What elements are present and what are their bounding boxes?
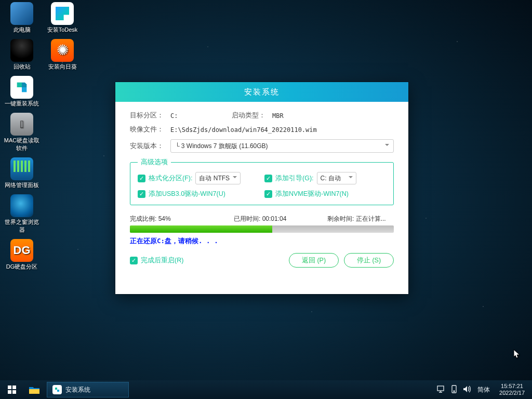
- icon-my-computer[interactable]: 此电脑: [3, 2, 41, 34]
- install-dialog: 安装系统 目标分区： C: 启动类型： MBR 映像文件： E:\SdsZjds…: [115, 82, 408, 294]
- boot-type-label: 启动类型：: [232, 111, 268, 120]
- taskbar-clock[interactable]: 15:57:21 2022/2/17: [496, 383, 528, 396]
- add-boot-option[interactable]: 添加引导(G): C: 自动: [264, 172, 386, 184]
- icon-world-window-browser[interactable]: 世界之窗浏览器: [3, 194, 41, 234]
- task-title: 安装系统: [65, 385, 90, 394]
- image-file-value: E:\SdsZjds/download/win764_20220110.wim: [170, 126, 317, 134]
- advanced-legend: 高级选项: [138, 158, 171, 167]
- system-tray: 简体 15:57:21 2022/2/17: [437, 383, 532, 396]
- start-button[interactable]: [0, 380, 24, 399]
- add-nvme-label: 添加NVME驱动-WIN7(N): [275, 190, 349, 198]
- format-partition-label: 格式化分区(F):: [149, 174, 192, 183]
- icon-label: 此电脑: [3, 26, 41, 34]
- add-usb3-driver-option[interactable]: 添加USB3.0驱动-WIN7(U): [138, 190, 259, 198]
- add-boot-value: C: 自动: [321, 174, 341, 183]
- icon-mac-disk-reader[interactable]: MAC硬盘读取软件: [3, 113, 41, 152]
- svg-rect-2: [8, 390, 11, 394]
- row-install-version: 安装版本： └ 3 Windows 7 旗舰版 (11.60GB): [130, 139, 394, 153]
- reinstall-icon: [10, 76, 33, 99]
- status-text: 正在还原C:盘，请稍候. . .: [130, 237, 394, 246]
- checkbox-checked-icon[interactable]: [264, 175, 272, 182]
- dialog-titlebar[interactable]: 安装系统: [115, 82, 408, 102]
- clock-time: 15:57:21: [499, 383, 525, 390]
- icon-network-panel[interactable]: 网络管理面板: [3, 157, 41, 189]
- icon-install-todesk[interactable]: 安装ToDesk: [44, 2, 81, 34]
- monitor-icon: [10, 2, 33, 25]
- network-icon: [10, 157, 33, 180]
- taskbar-task-install[interactable]: 安装系统: [47, 382, 129, 397]
- progress-bar: [130, 225, 394, 233]
- icon-label: DG硬盘分区: [3, 263, 41, 271]
- restart-label: 完成后重启(R): [141, 256, 183, 265]
- install-version-value: └ 3 Windows 7 旗舰版 (11.60GB): [175, 142, 268, 151]
- install-version-label: 安装版本：: [130, 142, 166, 151]
- image-file-label: 映像文件：: [130, 125, 166, 134]
- globe-icon: [10, 194, 33, 217]
- dialog-body: 目标分区： C: 启动类型： MBR 映像文件： E:\SdsZjds/down…: [115, 102, 408, 275]
- file-explorer-button[interactable]: [24, 380, 45, 399]
- dialog-title: 安装系统: [244, 87, 280, 97]
- taskbar: 安装系统 简体 15:57:21 2022/2/17: [0, 380, 532, 399]
- dialog-footer: 完成后重启(R) 返回 (P) 停止 (S): [130, 253, 394, 268]
- icon-label: MAC硬盘读取软件: [3, 137, 41, 152]
- icon-label: 一键重装系统: [3, 100, 41, 108]
- stop-button[interactable]: 停止 (S): [344, 253, 394, 268]
- icon-dg-partition[interactable]: DG DG硬盘分区: [3, 239, 41, 271]
- add-nvme-driver-option[interactable]: 添加NVME驱动-WIN7(N): [264, 190, 386, 198]
- svg-rect-1: [12, 385, 16, 389]
- desktop-icons-col1: 此电脑 回收站 一键重装系统 MAC硬盘读取软件 网络管理面板 世界之窗浏览器 …: [3, 2, 41, 271]
- checkbox-checked-icon[interactable]: [138, 175, 145, 182]
- row-target-boot: 目标分区： C: 启动类型： MBR: [130, 111, 394, 120]
- progress-labels: 完成比例: 54% 已用时间: 00:01:04 剩余时间: 正在计算...: [130, 215, 394, 223]
- clock-date: 2022/2/17: [499, 390, 525, 396]
- disk-icon: [10, 113, 33, 136]
- svg-rect-3: [12, 390, 16, 394]
- progress-section: 完成比例: 54% 已用时间: 00:01:04 剩余时间: 正在计算... 正…: [130, 215, 394, 246]
- icon-install-sunflower[interactable]: 安装向日葵: [44, 39, 81, 71]
- format-partition-option[interactable]: 格式化分区(F): 自动 NTFS: [138, 172, 259, 184]
- progress-fill: [130, 225, 272, 233]
- trash-icon: [10, 39, 33, 62]
- desktop: 此电脑 回收站 一键重装系统 MAC硬盘读取软件 网络管理面板 世界之窗浏览器 …: [0, 0, 532, 399]
- icon-label: 网络管理面板: [3, 181, 41, 189]
- format-fs-value: 自动 NTFS: [199, 174, 230, 183]
- target-partition-label: 目标分区：: [130, 111, 166, 120]
- install-version-select[interactable]: └ 3 Windows 7 旗舰版 (11.60GB): [170, 139, 394, 153]
- add-boot-select[interactable]: C: 自动: [317, 172, 356, 184]
- icon-recycle-bin[interactable]: 回收站: [3, 39, 41, 71]
- sunflower-icon: [51, 39, 74, 62]
- back-button[interactable]: 返回 (P): [289, 253, 339, 268]
- cursor-icon: [513, 349, 521, 360]
- add-boot-label: 添加引导(G):: [275, 174, 314, 183]
- target-partition-value: C:: [170, 112, 228, 119]
- partition-icon: DG: [10, 239, 33, 262]
- checkbox-checked-icon[interactable]: [130, 257, 138, 264]
- restart-after-complete-option[interactable]: 完成后重启(R): [130, 256, 183, 265]
- icon-label: 回收站: [3, 63, 41, 71]
- desktop-icons-col2: 安装ToDesk 安装向日葵: [44, 2, 81, 71]
- svg-rect-4: [437, 386, 444, 391]
- icon-one-click-install[interactable]: 一键重装系统: [3, 76, 41, 108]
- checkbox-checked-icon[interactable]: [264, 190, 272, 198]
- volume-tray-icon[interactable]: [463, 385, 471, 394]
- add-usb3-label: 添加USB3.0驱动-WIN7(U): [149, 190, 225, 198]
- network-tray-icon[interactable]: [437, 385, 445, 394]
- icon-label: 世界之窗浏览器: [3, 218, 41, 234]
- task-app-icon: [52, 385, 62, 394]
- ime-indicator[interactable]: 简体: [477, 385, 490, 394]
- row-image-file: 映像文件： E:\SdsZjds/download/win764_2022011…: [130, 125, 394, 134]
- icon-label: 安装ToDesk: [44, 26, 81, 34]
- svg-point-6: [454, 391, 455, 392]
- progress-remaining: 剩余时间: 正在计算...: [327, 215, 394, 223]
- device-tray-icon[interactable]: [451, 385, 457, 395]
- checkbox-checked-icon[interactable]: [138, 190, 145, 198]
- format-fs-select[interactable]: 自动 NTFS: [195, 172, 241, 184]
- boot-type-value: MBR: [272, 112, 284, 119]
- svg-rect-0: [8, 385, 11, 389]
- todesk-icon: [51, 2, 74, 25]
- progress-elapsed: 已用时间: 00:01:04: [234, 215, 327, 223]
- advanced-options-group: 高级选项 格式化分区(F): 自动 NTFS 添加引导(G): C: 自动: [130, 158, 394, 205]
- icon-label: 安装向日葵: [44, 63, 81, 71]
- progress-pct: 完成比例: 54%: [130, 215, 234, 223]
